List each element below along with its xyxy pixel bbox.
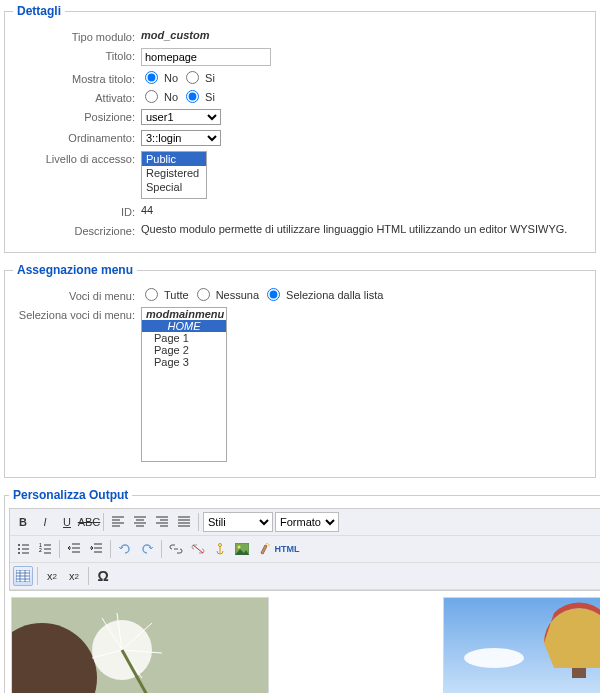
value-tipo-modulo: mod_custom <box>141 29 209 41</box>
label-tipo-modulo: Tipo modulo: <box>13 29 141 43</box>
link-icon[interactable] <box>166 539 186 559</box>
radio-label-no2: No <box>164 91 178 103</box>
strikethrough-icon[interactable]: ABC <box>79 512 99 532</box>
radio-label-seleziona: Seleziona dalla lista <box>286 289 383 301</box>
label-voci-menu: Voci di menu: <box>13 288 141 302</box>
value-id: 44 <box>141 204 153 216</box>
editor-content[interactable]: Conto YourInspiration Il conto bancoYour… <box>9 591 600 693</box>
label-id: ID: <box>13 204 141 218</box>
card-conto: Conto YourInspiration Il conto bancoYour… <box>11 597 429 693</box>
card-prestiti: Prestiti YourInspiration Pensionati, dip… <box>443 597 600 693</box>
radio-seleziona[interactable] <box>267 288 280 301</box>
accesso-option-registered[interactable]: Registered <box>142 166 206 180</box>
bullet-list-icon[interactable] <box>13 539 33 559</box>
legend-dettagli: Dettagli <box>13 4 65 18</box>
svg-point-7 <box>238 546 241 549</box>
legend-assegnazione: Assegnazione menu <box>13 263 137 277</box>
input-titolo[interactable] <box>141 48 271 66</box>
radio-tutte[interactable] <box>145 288 158 301</box>
select-ordinamento[interactable]: 3::login <box>141 130 221 146</box>
radio-nessuna[interactable] <box>197 288 210 301</box>
html-source-button[interactable]: HTML <box>276 539 296 559</box>
listbox-menu[interactable]: modmainmenu HOME Page 1 Page 2 Page 3 <box>141 307 227 462</box>
accesso-option-special[interactable]: Special <box>142 180 206 194</box>
legend-output: Personalizza Output <box>9 488 132 502</box>
bold-icon[interactable]: B <box>13 512 33 532</box>
radio-mostra-no[interactable] <box>145 71 158 84</box>
radio-label-si: Si <box>205 72 215 84</box>
card-image-prestiti <box>443 597 600 693</box>
card-image-conto <box>11 597 269 693</box>
radio-label-tutte: Tutte <box>164 289 189 301</box>
outdent-icon[interactable] <box>64 539 84 559</box>
align-center-icon[interactable] <box>130 512 150 532</box>
special-char-icon[interactable]: Ω <box>93 566 113 586</box>
fieldset-assegnazione: Assegnazione menu Voci di menu: Tutte Ne… <box>4 263 596 478</box>
cleanup-icon[interactable] <box>254 539 274 559</box>
label-attivato: Attivato: <box>13 90 141 104</box>
svg-rect-23 <box>572 668 586 678</box>
table-icon[interactable] <box>13 566 33 586</box>
radio-attivato-no[interactable] <box>145 90 158 103</box>
label-seleziona-voci: Seleziona voci di menu: <box>13 307 141 321</box>
menu-item-home[interactable]: HOME <box>142 320 226 332</box>
select-posizione[interactable]: user1 <box>141 109 221 125</box>
fieldset-dettagli: Dettagli Tipo modulo: mod_custom Titolo:… <box>4 4 596 253</box>
subscript-icon[interactable]: x2 <box>42 566 62 586</box>
align-left-icon[interactable] <box>108 512 128 532</box>
undo-icon[interactable] <box>115 539 135 559</box>
ordered-list-icon[interactable]: 12 <box>35 539 55 559</box>
label-descrizione: Descrizione: <box>13 223 141 237</box>
menu-item-1[interactable]: Page 1 <box>142 332 226 344</box>
value-descrizione: Questo modulo permette di utilizzare lin… <box>141 223 567 235</box>
svg-point-0 <box>18 544 20 546</box>
label-posizione: Posizione: <box>13 109 141 123</box>
svg-point-2 <box>18 552 20 554</box>
radio-mostra-si[interactable] <box>186 71 199 84</box>
select-stili[interactable]: Stili <box>203 512 273 532</box>
menu-header: modmainmenu <box>142 308 226 320</box>
indent-icon[interactable] <box>86 539 106 559</box>
unlink-icon[interactable] <box>188 539 208 559</box>
svg-point-1 <box>18 548 20 550</box>
redo-icon[interactable] <box>137 539 157 559</box>
select-formato[interactable]: Formato <box>275 512 339 532</box>
svg-text:2: 2 <box>39 547 42 553</box>
align-justify-icon[interactable] <box>174 512 194 532</box>
italic-icon[interactable]: I <box>35 512 55 532</box>
listbox-accesso[interactable]: Public Registered Special <box>141 151 207 199</box>
superscript-icon[interactable]: x2 <box>64 566 84 586</box>
radio-label-nessuna: Nessuna <box>216 289 259 301</box>
image-icon[interactable] <box>232 539 252 559</box>
menu-item-2[interactable]: Page 2 <box>142 344 226 356</box>
anchor-icon[interactable] <box>210 539 230 559</box>
label-ordinamento: Ordinamento: <box>13 130 141 144</box>
accesso-option-public[interactable]: Public <box>142 152 206 166</box>
menu-item-3[interactable]: Page 3 <box>142 356 226 368</box>
underline-icon[interactable]: U <box>57 512 77 532</box>
align-right-icon[interactable] <box>152 512 172 532</box>
fieldset-output: Personalizza Output B I U ABC Stili Form… <box>4 488 600 693</box>
label-mostra-titolo: Mostra titolo: <box>13 71 141 85</box>
label-titolo: Titolo: <box>13 48 141 62</box>
radio-label-si2: Si <box>205 91 215 103</box>
radio-label-no: No <box>164 72 178 84</box>
svg-point-21 <box>464 648 524 668</box>
editor-toolbar: B I U ABC Stili Formato 12 <box>9 508 600 591</box>
radio-attivato-si[interactable] <box>186 90 199 103</box>
label-accesso: Livello di accesso: <box>13 151 141 165</box>
